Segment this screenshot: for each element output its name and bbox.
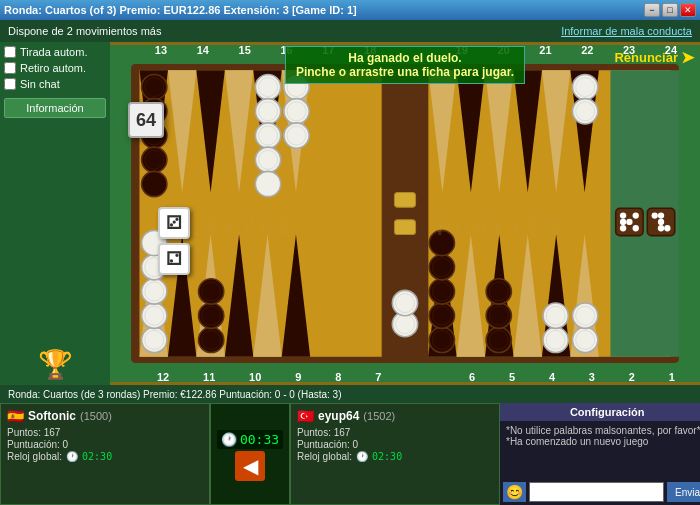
config-header: Configuración [500,403,700,421]
svg-rect-32 [394,220,415,235]
player1-panel: 🇪🇸 Softonic (1500) Puntos: 167 Puntuació… [0,403,210,505]
no-chat-checkbox[interactable] [4,78,16,90]
game-message: Ha ganado el duelo. Pinche o arrastre un… [285,46,525,84]
timer-clock-icon: 🕐 [221,432,237,447]
svg-point-109 [633,212,639,218]
auto-retire-checkbox[interactable] [4,62,16,74]
player1-rating: (1500) [80,410,112,422]
send-button[interactable]: Enviar [667,482,700,502]
smiley-button[interactable]: 😊 [503,482,526,502]
board-container[interactable]: Ha ganado el duelo. Pinche o arrastre un… [110,42,700,385]
bottom-column-numbers: 12 11 10 9 8 7 6 5 4 3 2 1 [140,371,692,383]
player2-name-row: 🇹🇷 eyup64 (1502) [297,408,493,424]
player1-pts: Puntos: 167 [7,427,203,438]
svg-point-115 [658,219,664,225]
svg-point-114 [658,212,664,218]
svg-point-63 [429,303,454,328]
chat-messages: *No utilice palabras malsonantes, por fa… [500,421,700,479]
die-1: ⚂ [158,207,190,239]
no-chat-option[interactable]: Sin chat [4,78,106,90]
svg-point-93 [199,327,224,352]
resign-button[interactable]: Renunciar ➤ [614,48,694,67]
player1-name-row: 🇪🇸 Softonic (1500) [7,408,203,424]
svg-point-74 [486,279,511,304]
player1-clock-icon: 🕐 [66,451,78,462]
svg-point-82 [543,303,568,328]
svg-point-45 [142,171,167,196]
auto-roll-option[interactable]: Tirada autom. [4,46,106,58]
svg-rect-31 [394,192,415,207]
player2-clock-icon: 🕐 [356,451,368,462]
player2-score: Puntuación: 0 [297,439,493,450]
info-button[interactable]: Información [4,98,106,118]
svg-point-80 [543,327,568,352]
minimize-button[interactable]: − [644,3,660,17]
svg-point-43 [142,147,167,172]
svg-point-112 [620,225,626,231]
title-bar: Ronda: Cuartos (of 3) Premio: EUR122.86 … [0,0,700,20]
doubling-cube[interactable]: 64 [128,102,164,138]
svg-point-101 [392,290,417,315]
svg-text:PLAYYES: PLAYYES [437,214,565,240]
svg-point-54 [255,99,280,124]
player1-name: Softonic [28,409,76,423]
player2-pts: Puntos: 167 [297,427,493,438]
chat-message-2: *Ha comenzado un nuevo juego [506,436,700,447]
svg-point-108 [620,212,626,218]
window-title: Ronda: Cuartos (of 3) Premio: EUR122.86 … [4,4,357,16]
close-button[interactable]: ✕ [680,3,696,17]
stats-bar: Ronda: Cuartos (de 3 rondas) Premio: €12… [0,385,700,403]
game-stats-text: Ronda: Cuartos (de 3 rondas) Premio: €12… [8,389,342,400]
svg-point-88 [142,279,167,304]
svg-point-111 [633,225,639,231]
player1-score: Puntuación: 0 [7,439,203,450]
report-button[interactable]: Informar de mala conducta [561,25,692,37]
svg-point-84 [142,327,167,352]
undo-button[interactable]: ◀ [235,451,265,481]
auto-roll-checkbox[interactable] [4,46,16,58]
svg-point-60 [255,171,280,196]
info-bar: Dispone de 2 movimientos más Informar de… [0,20,700,42]
chat-input-row: 😊 Enviar [500,479,700,505]
maximize-button[interactable]: □ [662,3,678,17]
svg-point-67 [429,255,454,280]
auto-retire-option[interactable]: Retiro autom. [4,62,106,74]
svg-point-65 [429,279,454,304]
player-area: 🇪🇸 Softonic (1500) Puntos: 167 Puntuació… [0,403,700,505]
backgammon-board[interactable]: PLAYYES PLAYYES [110,42,700,385]
svg-point-110 [620,219,626,225]
svg-point-95 [199,303,224,328]
player2-clock: Reloj global: 🕐 02:30 [297,451,493,462]
svg-point-37 [142,74,167,99]
svg-point-76 [573,327,598,352]
player2-panel: 🇹🇷 eyup64 (1502) Puntos: 167 Puntuación:… [290,403,500,505]
chat-message-1: *No utilice palabras malsonantes, por fa… [506,425,700,436]
svg-point-107 [626,219,632,225]
svg-point-48 [284,99,309,124]
svg-point-50 [284,123,309,148]
timer-display: 🕐 00:33 [217,430,283,449]
svg-point-117 [652,212,658,218]
trophy-icon: 🏆 [4,348,106,381]
chat-input[interactable] [529,482,664,502]
svg-point-97 [199,279,224,304]
moves-remaining-text: Dispone de 2 movimientos más [8,25,161,37]
svg-point-56 [255,123,280,148]
die-2: ⚁ [158,243,190,275]
chat-config-panel: Configuración *No utilice palabras malso… [500,403,700,505]
svg-point-33 [573,74,598,99]
player2-rating: (1502) [363,410,395,422]
svg-point-58 [255,147,280,172]
svg-point-70 [486,327,511,352]
left-sidebar: Tirada autom. Retiro autom. Sin chat Inf… [0,42,110,385]
window-controls: − □ ✕ [644,3,696,17]
resign-arrow-icon: ➤ [681,48,694,67]
game-area: Tirada autom. Retiro autom. Sin chat Inf… [0,42,700,385]
player1-flag: 🇪🇸 [7,408,24,424]
svg-point-86 [142,303,167,328]
svg-point-116 [658,225,664,231]
player1-clock: Reloj global: 🕐 02:30 [7,451,203,462]
svg-point-52 [255,74,280,99]
svg-point-118 [664,225,670,231]
player2-name: eyup64 [318,409,359,423]
